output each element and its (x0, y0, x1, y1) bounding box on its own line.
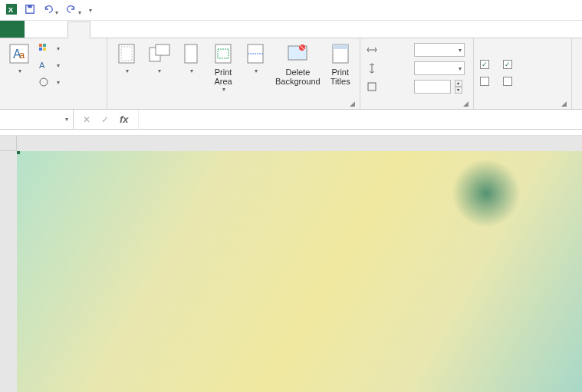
svg-rect-3 (28, 5, 31, 8)
title-bar: X ▾ (0, 0, 582, 21)
save-icon[interactable] (25, 4, 35, 17)
svg-text:A: A (39, 61, 45, 70)
svg-text:X: X (8, 5, 14, 13)
redo-icon[interactable] (66, 4, 81, 17)
height-combo[interactable]: ▾ (414, 61, 465, 75)
name-box[interactable]: ▾ (0, 110, 74, 129)
page-setup-launcher-icon[interactable]: ◢ (350, 100, 355, 107)
background-label: DeleteBackground (275, 68, 321, 86)
print-area-label: PrintArea (214, 68, 232, 86)
qat-customize-icon[interactable]: ▾ (89, 7, 92, 14)
select-all-corner[interactable] (0, 136, 17, 151)
ribbon-tabs (0, 21, 582, 38)
scale-row: ▴▾ (365, 78, 466, 95)
svg-rect-7 (39, 44, 42, 47)
background-button[interactable]: DeleteBackground (271, 40, 324, 87)
width-combo[interactable]: ▾ (414, 43, 465, 57)
tab-view[interactable] (155, 21, 176, 38)
formula-buttons: ✕ ✓ fx (74, 110, 138, 129)
svg-point-12 (40, 78, 48, 86)
column-headers (17, 136, 582, 151)
headings-label (501, 41, 520, 55)
colors-button[interactable] (37, 40, 61, 57)
group-sheet-options: ✓ ✓ ◢ (474, 38, 572, 109)
sheet-area[interactable] (17, 151, 582, 392)
group-scale-label: ◢ (363, 107, 470, 109)
svg-rect-16 (156, 44, 169, 55)
effects-button[interactable] (37, 74, 61, 91)
svg-text:a: a (19, 49, 25, 61)
headings-print-checkbox[interactable] (501, 74, 520, 89)
print-titles-button[interactable]: PrintTitles (324, 40, 357, 87)
group-sheet-options-label: ◢ (477, 107, 568, 109)
tab-page-layout[interactable] (67, 21, 90, 38)
formula-bar: ▾ ✕ ✓ fx (0, 110, 582, 130)
breaks-button[interactable] (239, 40, 271, 76)
scale-spinner[interactable]: ▴▾ (455, 80, 462, 94)
tab-data[interactable] (112, 21, 133, 38)
tab-home[interactable] (25, 21, 46, 38)
ribbon: Aa A PrintArea DeleteBackground PrintTit… (0, 38, 582, 110)
svg-rect-8 (43, 44, 46, 47)
fonts-button[interactable]: A (37, 57, 61, 74)
formula-input[interactable] (138, 110, 582, 129)
height-row: ▾ (365, 60, 466, 77)
headings-view-checkbox[interactable]: ✓ (501, 57, 520, 72)
spreadsheet-grid (0, 136, 582, 392)
cancel-icon[interactable]: ✕ (83, 114, 90, 125)
svg-rect-9 (39, 48, 42, 51)
undo-icon[interactable] (43, 4, 58, 17)
fx-icon[interactable]: fx (120, 114, 129, 125)
gridlines-view-checkbox[interactable]: ✓ (478, 57, 497, 72)
excel-icon: X (6, 4, 17, 17)
tab-file[interactable] (0, 21, 25, 38)
width-row: ▾ (365, 41, 466, 58)
print-area-button[interactable]: PrintArea (207, 40, 239, 94)
svg-rect-27 (368, 83, 376, 91)
group-themes-label (3, 107, 104, 109)
svg-rect-17 (185, 44, 197, 63)
gridlines-label (478, 41, 497, 55)
quick-access-toolbar: X ▾ (0, 4, 92, 17)
tab-insert[interactable] (46, 21, 67, 38)
size-button[interactable] (175, 40, 207, 76)
print-titles-label: PrintTitles (330, 68, 350, 86)
orientation-button[interactable] (143, 40, 175, 76)
svg-rect-10 (43, 48, 46, 51)
gridlines-print-checkbox[interactable] (478, 74, 497, 89)
sheet-options-launcher-icon[interactable]: ◢ (561, 100, 567, 107)
enter-icon[interactable]: ✓ (101, 114, 109, 125)
group-page-setup-label: ◢ (110, 107, 357, 109)
svg-rect-26 (333, 44, 348, 49)
group-page-setup: PrintArea DeleteBackground PrintTitles ◢ (107, 38, 360, 109)
scale-launcher-icon[interactable]: ◢ (463, 100, 469, 107)
themes-button[interactable]: Aa (3, 40, 35, 76)
row-headers (0, 136, 17, 392)
scale-combo[interactable] (414, 80, 451, 94)
margins-button[interactable] (110, 40, 143, 76)
tab-review[interactable] (133, 21, 155, 38)
tab-formulas[interactable] (90, 21, 112, 38)
group-themes: Aa A (0, 38, 107, 109)
group-scale-to-fit: ▾ ▾ ▴▾ ◢ (360, 38, 474, 109)
